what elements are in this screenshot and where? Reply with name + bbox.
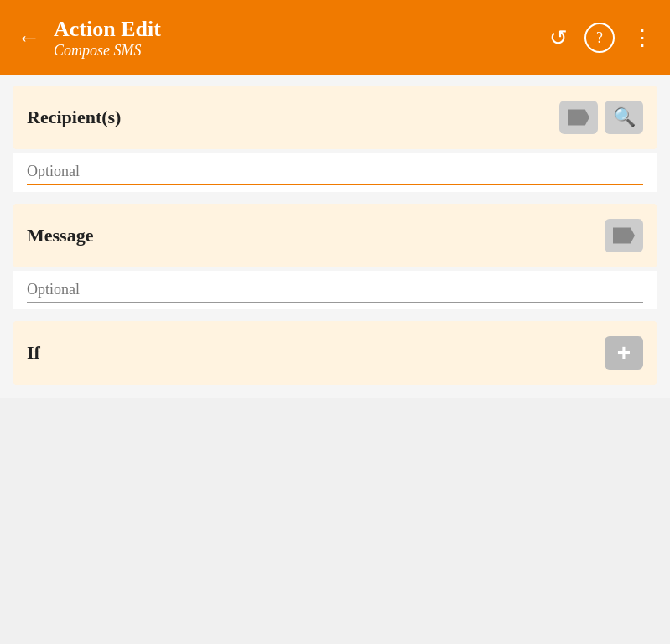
message-input-row [13,271,657,309]
header-title: Action Edit [54,17,549,42]
recipient-search-button[interactable]: 🔍 [605,101,643,134]
recipient-tag-button[interactable] [559,101,598,134]
message-label: Message [27,225,93,247]
header-actions: ↺ ? ⋮ [549,23,653,53]
plus-icon: + [617,341,631,365]
tag-icon [613,227,635,244]
header-subtitle: Compose SMS [54,42,549,60]
search-icon: 🔍 [613,106,636,128]
if-icons: + [605,336,643,370]
if-add-button[interactable]: + [605,336,643,370]
back-button[interactable]: ← [17,26,40,49]
recipient-label: Recipient(s) [27,106,121,128]
recipient-icons: 🔍 [559,101,643,134]
reset-icon[interactable]: ↺ [549,25,568,51]
recipient-section: Recipient(s) 🔍 [13,86,657,149]
header-title-block: Action Edit Compose SMS [54,17,549,60]
if-header: If + [13,321,657,385]
message-icons [605,219,643,252]
if-label: If [27,342,40,364]
content-area: Recipient(s) 🔍 Message [0,75,670,398]
message-section: Message [13,204,657,267]
message-header: Message [13,204,657,267]
recipient-input[interactable] [27,163,643,185]
message-tag-button[interactable] [605,219,643,252]
recipient-input-row [13,153,657,192]
tag-icon [568,109,589,126]
header: ← Action Edit Compose SMS ↺ ? ⋮ [0,0,670,75]
message-input[interactable] [27,281,643,303]
more-icon[interactable]: ⋮ [631,25,653,51]
if-section: If + [13,321,657,385]
recipient-header: Recipient(s) 🔍 [13,86,657,149]
help-icon[interactable]: ? [584,23,615,53]
